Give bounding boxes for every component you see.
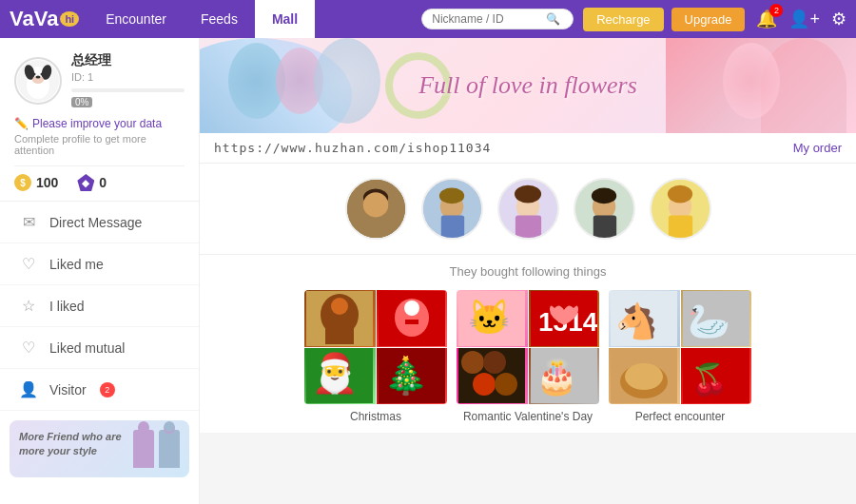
search-box: 🔍 [421,9,574,29]
improve-text[interactable]: ✏️ Please improve your data [14,117,185,130]
user-avatar-5[interactable] [650,178,711,240]
user-avatar-3[interactable] [497,178,559,240]
svg-point-20 [514,185,540,204]
pencil-icon: ✏️ [14,117,29,130]
friend-banner: More Friend who are more your style [10,420,189,477]
sidebar-item-direct-message[interactable]: ✉ Direct Message [0,202,199,243]
improve-sub: Complete profile to get more attention [14,133,185,156]
diamonds-item[interactable]: ◆ 0 [77,174,107,191]
sidebar-item-label: I liked [49,299,85,314]
i-liked-icon: ☆ [19,297,38,315]
product-images-valentine: 🐱 1314 [457,290,599,404]
profile-name: 总经理 [71,52,185,69]
flower-right-2 [723,43,780,119]
nav-encounter[interactable]: Encounter [88,0,184,38]
svg-point-7 [33,73,36,76]
user-avatar-2-image [423,178,481,240]
product-card-valentine[interactable]: 🐱 1314 [457,290,599,423]
notification-icon[interactable]: 🔔 2 [756,9,777,29]
friend-banner-text: More Friend who are more your style [19,430,122,459]
banner-text: Full of love in flowers [418,71,637,100]
product-card-encounter[interactable]: 🐴 🦢 [609,290,751,423]
visitor-icon: 👤 [19,380,38,398]
svg-point-59 [625,363,663,390]
main-layout: 总经理 ID: 1 0% ✏️ Please improve your data… [0,38,856,504]
user-avatar-4[interactable] [574,178,635,240]
sidebar-item-label: Visitor [49,382,87,397]
product-card-christmas[interactable]: 🎅 🎄 Christmas [304,290,447,423]
sidebar-item-visitor[interactable]: 👤 Visitor 2 [0,369,199,411]
svg-rect-33 [325,327,354,344]
svg-point-36 [404,300,419,316]
user-avatar-5-image [652,178,710,240]
figure-2 [159,430,180,468]
upgrade-button[interactable]: Upgrade [671,8,746,31]
sidebar-item-liked-mutual[interactable]: ♡ Liked mutual [0,327,199,369]
product-name-valentine: Romantic Valentine's Day [457,410,599,423]
header: VaVa hi Encounter Feeds Mall 🔍 Recharge … [0,0,856,38]
coins-row: $ 100 ◆ 0 [14,165,185,191]
product-name-christmas: Christmas [304,410,447,423]
mutual-icon: ♡ [19,339,38,357]
logo-text: VaVa [10,7,58,31]
svg-rect-25 [593,216,615,238]
profile-info: 总经理 ID: 1 0% [71,52,185,109]
liked-me-icon: ♡ [19,255,38,273]
nav-mall[interactable]: Mall [255,0,315,38]
product-grid: 🎅 🎄 Christmas [214,290,842,423]
svg-rect-12 [362,214,389,238]
coins-item[interactable]: $ 100 [14,174,58,191]
product-img-valentine-1: 🐱 [457,290,528,347]
svg-point-48 [483,351,506,374]
nav-feeds[interactable]: Feeds [184,0,255,38]
logo[interactable]: VaVa hi [10,7,79,31]
svg-point-16 [438,187,463,204]
progress-label: 0% [71,97,92,107]
product-img-encounter-2: 🦢 [681,290,752,347]
product-img-encounter-1: 🐴 [609,290,680,347]
add-friend-icon[interactable]: 👤+ [788,9,820,29]
header-icons: 🔔 2 👤+ ⚙ [756,9,846,29]
sidebar: 总经理 ID: 1 0% ✏️ Please improve your data… [0,38,200,504]
svg-text:🍒: 🍒 [691,361,729,397]
content-area: Full of love in flowers https://www.huzh… [200,38,856,504]
product-name-encounter: Perfect encounter [609,410,751,423]
product-img-christmas-4: 🎄 [377,348,448,405]
search-icon[interactable]: 🔍 [546,12,560,26]
svg-rect-21 [515,216,540,238]
shop-url-bar: https://www.huzhan.com/ishop11034 My ord… [200,133,856,164]
svg-rect-37 [405,320,418,324]
logo-hi-badge: hi [60,11,79,27]
progress-bar-container [71,88,185,92]
my-order-button[interactable]: My order [793,141,842,155]
diamonds-value: 0 [99,175,107,190]
sidebar-item-i-liked[interactable]: ☆ I liked [0,285,199,327]
avatar[interactable] [14,57,62,105]
product-img-valentine-4: 🎂 [529,348,600,405]
flower-left-3 [314,38,380,124]
svg-text:🎂: 🎂 [535,356,578,397]
product-img-christmas-2 [377,290,448,347]
friend-figures [133,430,180,468]
sidebar-item-liked-me[interactable]: ♡ Liked me [0,243,199,285]
user-avatar-4-image [575,178,633,240]
user-avatar-1[interactable] [345,178,407,240]
svg-rect-29 [668,216,691,238]
user-avatar-2[interactable] [421,178,483,240]
avatars-row [200,164,856,255]
user-avatar-1-image [347,178,405,240]
svg-point-13 [362,192,387,217]
recharge-button[interactable]: Recharge [583,8,663,31]
product-img-valentine-3 [457,348,528,405]
svg-text:🐴: 🐴 [615,300,658,341]
settings-icon[interactable]: ⚙ [831,9,846,29]
search-input[interactable] [432,12,546,26]
bought-title: They bought following things [214,264,842,279]
product-img-christmas-3: 🎅 [304,348,376,405]
message-icon: ✉ [19,213,38,231]
user-avatar-3-image [499,178,557,240]
svg-point-47 [461,351,484,374]
visitor-badge: 2 [100,382,115,397]
svg-point-24 [591,187,615,204]
notification-badge: 2 [769,4,783,17]
